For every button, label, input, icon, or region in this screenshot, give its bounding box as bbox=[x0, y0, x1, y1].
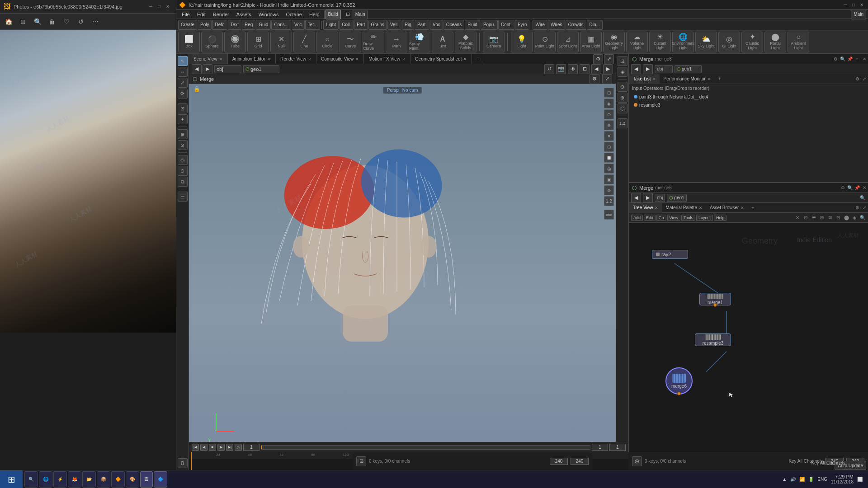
props-settings-icon[interactable]: ⚙ bbox=[832, 56, 839, 63]
tool-caustic-light[interactable]: ✦ CausticLight bbox=[741, 32, 763, 52]
ng-view-btn[interactable]: View bbox=[667, 215, 680, 221]
photos-minimize[interactable]: ─ bbox=[146, 3, 155, 10]
taskbar-3d-coat[interactable]: 🎨 bbox=[126, 471, 139, 488]
tool-omega[interactable]: Ω bbox=[178, 458, 188, 468]
props-path-obj[interactable]: obj bbox=[655, 65, 673, 73]
ng-tools-btn[interactable]: Tools bbox=[681, 215, 695, 221]
play-prev-frame[interactable]: ◀ bbox=[200, 444, 208, 451]
tool-geo-light[interactable]: ◉ GeometryLight bbox=[603, 32, 625, 52]
br-icon-1[interactable]: ◎ bbox=[632, 456, 642, 466]
tab-scene-view[interactable]: Scene View ✕ bbox=[189, 54, 228, 64]
clock[interactable]: 7:29 PM 11/12/2018 bbox=[831, 474, 854, 484]
ng-tb-icon3[interactable]: ☰ bbox=[810, 214, 817, 221]
rs-tool-2[interactable]: ◈ bbox=[618, 67, 627, 77]
houdini-close[interactable]: ✕ bbox=[858, 2, 865, 8]
tab-composite-view[interactable]: Composite View ✕ bbox=[316, 54, 364, 64]
photo-main[interactable]: 人人素材 人人素材 人人素材 人人素材 人人素材 bbox=[0, 30, 176, 333]
vp-gear-btn[interactable]: ⚙ bbox=[590, 74, 599, 84]
taskbar-explorer[interactable]: 📂 bbox=[82, 471, 96, 488]
tab-animation-editor[interactable]: Animation Editor ✕ bbox=[228, 54, 276, 64]
photos-collection-btn[interactable]: ⊞ bbox=[18, 17, 28, 27]
tool-sky-light[interactable]: ⛅ Sky Light bbox=[695, 32, 717, 52]
ng-close-icon[interactable]: ✕ bbox=[861, 184, 868, 192]
tb-defo[interactable]: Defo bbox=[212, 20, 227, 30]
ng-tb-icon8[interactable]: ◈ bbox=[851, 214, 858, 221]
take-maximize[interactable]: ⤢ bbox=[861, 75, 868, 83]
start-button[interactable]: ⊞ bbox=[0, 470, 23, 488]
tab-motion-close[interactable]: ✕ bbox=[402, 57, 406, 61]
path-geo[interactable]: ⬡ geo1 bbox=[243, 65, 279, 73]
tb-wire[interactable]: Wire bbox=[533, 20, 547, 30]
tool-inspect[interactable]: ◎ bbox=[178, 155, 188, 165]
tool-grid[interactable]: ⊞ Grid bbox=[247, 32, 269, 52]
take-settings[interactable]: ⚙ bbox=[854, 75, 861, 83]
photos-favorite-btn[interactable]: ♡ bbox=[61, 17, 71, 27]
nav-forward[interactable]: ▶ bbox=[203, 64, 212, 74]
tab-take-list[interactable]: Take List ✕ bbox=[629, 74, 660, 84]
perf-close[interactable]: ✕ bbox=[708, 77, 711, 81]
tb-part[interactable]: Part bbox=[354, 20, 368, 30]
play-realtime[interactable]: ▷ bbox=[235, 444, 242, 451]
vp-icon-4[interactable]: ⊡ bbox=[580, 64, 590, 74]
tool-multi[interactable]: ⧉ bbox=[178, 177, 188, 187]
ng-tb-icon6[interactable]: ⊟ bbox=[835, 214, 842, 221]
ng-zoom-icon[interactable]: 🔍 bbox=[859, 194, 866, 202]
op-item-resample3[interactable]: resample3 bbox=[632, 101, 865, 109]
vp-icon-1[interactable]: ↺ bbox=[544, 64, 554, 74]
tool-text[interactable]: A Text bbox=[432, 32, 453, 52]
tb-popu[interactable]: Popu. bbox=[481, 20, 498, 30]
tb-create[interactable]: Create bbox=[178, 20, 197, 30]
houdini-maximize[interactable]: □ bbox=[850, 2, 857, 8]
tab-add-right[interactable]: + bbox=[715, 74, 725, 84]
ng-tb-icon4[interactable]: ⊞ bbox=[818, 214, 826, 221]
tool-gi-light[interactable]: ◎ GI Light bbox=[718, 32, 740, 52]
props-nav-back[interactable]: ◀ bbox=[631, 64, 641, 74]
tab-render-view[interactable]: Render View ✕ bbox=[276, 54, 316, 64]
tb-cont[interactable]: Cont. bbox=[498, 20, 514, 30]
rs-tool-5[interactable]: ⬡ bbox=[618, 103, 627, 113]
props-pin-icon[interactable]: 📌 bbox=[846, 56, 854, 63]
tab-material-palette[interactable]: Material Palette ✕ bbox=[662, 203, 706, 213]
tb-fluid[interactable]: Fluid bbox=[465, 20, 480, 30]
tool-path[interactable]: → Path bbox=[386, 32, 407, 52]
ng-search-icon[interactable]: 🔍 bbox=[846, 184, 854, 192]
tool-ambient-light[interactable]: ○ AmbientLight bbox=[788, 32, 809, 52]
ng-add-btn[interactable]: Add bbox=[631, 215, 643, 221]
node-merge6[interactable]: merge6 bbox=[665, 367, 693, 394]
vp-expand-btn[interactable]: ⤢ bbox=[602, 74, 612, 84]
end-frame-input-1[interactable] bbox=[550, 458, 568, 465]
tool-portal-light[interactable]: ⬤ PortalLight bbox=[764, 32, 786, 52]
tool-circle[interactable]: ○ Circle bbox=[316, 32, 338, 52]
tool-light[interactable]: 💡 Light bbox=[511, 32, 533, 52]
tab-scene-close[interactable]: ✕ bbox=[219, 57, 223, 61]
tb-crowds[interactable]: Crowds bbox=[566, 20, 586, 30]
tb-voc[interactable]: Voc bbox=[292, 20, 305, 30]
tab-add[interactable]: + bbox=[472, 54, 484, 64]
tab-geo-spreadsheet[interactable]: Geometry Spreadsheet ✕ bbox=[410, 54, 472, 64]
tool-spot-light[interactable]: ⊿ Spot Light bbox=[557, 32, 579, 52]
ng-settings-icon[interactable]: ⚙ bbox=[839, 184, 846, 192]
tb-din[interactable]: Din... bbox=[587, 20, 603, 30]
ng-help-btn[interactable]: Help bbox=[714, 215, 727, 221]
tab-tree-view[interactable]: Tree View ✕ bbox=[629, 203, 662, 213]
taskbar-houdini-active[interactable]: 🔷 bbox=[154, 471, 167, 488]
taskbar-ie[interactable]: 🌐 bbox=[39, 471, 52, 488]
tool-area-light[interactable]: ▦ Area Light bbox=[580, 32, 602, 52]
tool-transform[interactable]: ⊡ bbox=[178, 103, 188, 113]
rs-tool-3[interactable]: ⊙ bbox=[618, 82, 627, 92]
ng-pin-icon[interactable]: 📌 bbox=[854, 184, 861, 192]
timeline-scrub[interactable] bbox=[261, 445, 590, 450]
taskbar-photos-active[interactable]: 🖼 bbox=[140, 471, 153, 488]
rs-tool-1[interactable]: ⊡ bbox=[618, 56, 627, 66]
ng-tb-icon2[interactable]: ⊡ bbox=[802, 214, 809, 221]
rs-tool-4[interactable]: ⊕ bbox=[618, 93, 627, 103]
tb-cons[interactable]: Cons... bbox=[271, 20, 291, 30]
tab-anim-close[interactable]: ✕ bbox=[267, 57, 271, 61]
mat-close[interactable]: ✕ bbox=[699, 206, 703, 210]
tool-handle[interactable]: ✦ bbox=[178, 114, 188, 124]
ng-back[interactable]: ◀ bbox=[631, 193, 641, 203]
props-close-icon[interactable]: ✕ bbox=[861, 56, 868, 63]
menu-windows[interactable]: Windows bbox=[255, 10, 283, 19]
photos-zoom-btn[interactable]: 🔍 bbox=[33, 17, 42, 27]
ng-tb-icon7[interactable]: ⬤ bbox=[843, 214, 850, 221]
